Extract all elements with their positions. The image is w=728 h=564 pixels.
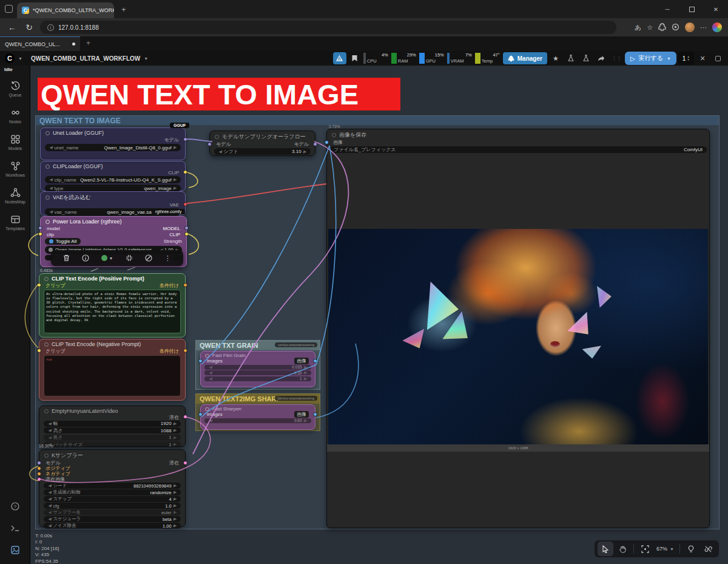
node-clip-text-encode-positive[interactable]: CLIP Text Encode (Positive Prompt) クリップ条… xyxy=(39,273,186,338)
node-clip-loader[interactable]: CLIPLoader (GGUF) CLIP ◀clip_name Qwen2.… xyxy=(40,161,186,191)
widget-unet-name[interactable]: ◀unet_name Qwen_Image_Distill-Q8_0.gguf▶ xyxy=(45,144,181,151)
widget-seed[interactable]: ◀シード 882104993269849▶ xyxy=(44,483,181,489)
latent-output-port[interactable] xyxy=(183,461,187,465)
sidebar-terminal-icon[interactable] xyxy=(0,518,30,540)
collapse-icon[interactable] xyxy=(126,254,133,262)
model-output-port[interactable] xyxy=(313,142,317,146)
info-icon[interactable] xyxy=(82,254,89,262)
conditioning-output-port[interactable] xyxy=(183,283,187,287)
images-input-port[interactable] xyxy=(198,412,203,416)
delete-icon[interactable] xyxy=(63,254,70,262)
node-model-sampling-auraflow[interactable]: モデルサンプリングオーラフロー モデルモデル ◀シフト 3.10▶ xyxy=(209,131,315,156)
cancel-run-icon[interactable]: ✕ xyxy=(696,52,709,64)
latent-output-port[interactable] xyxy=(183,415,187,419)
model-input-port[interactable] xyxy=(207,142,212,146)
model-output-port[interactable] xyxy=(183,137,187,141)
conditioning-output-port[interactable] xyxy=(183,348,187,353)
select-tool-button[interactable] xyxy=(598,542,613,556)
site-info-icon[interactable]: i xyxy=(47,24,54,31)
address-bar[interactable]: i 127.0.0.1:8188 xyxy=(40,21,616,34)
theme-stage-icon[interactable] xyxy=(333,52,346,64)
image-output-port[interactable] xyxy=(313,412,317,416)
run-count-stepper[interactable]: 1 ▲▼ xyxy=(678,52,694,65)
pan-tool-button[interactable] xyxy=(615,542,630,556)
window-close-button[interactable]: ✕ xyxy=(704,0,728,18)
logo-caret-icon[interactable]: ▼ xyxy=(18,56,22,61)
extension-icon-2[interactable] xyxy=(672,23,679,32)
widget-sampler-name[interactable]: ◀サンプラー名 euler▶ xyxy=(44,509,181,515)
widget-shift[interactable]: ◀シフト 3.10▶ xyxy=(214,148,311,155)
window-minimize-button[interactable]: ─ xyxy=(655,0,679,18)
flask-icon-2[interactable] xyxy=(579,52,593,64)
browser-tab[interactable]: C *QWEN_COMBO_ULTRA_WORKFl ✕ xyxy=(17,2,114,18)
model-input-port[interactable] xyxy=(38,226,42,230)
node-fast-film-grain[interactable]: Fast Film Grain images 画像 ◀0.035▶ ◀0.30▶… xyxy=(200,351,315,387)
back-icon[interactable]: ← xyxy=(6,22,18,32)
latent-input-port[interactable] xyxy=(37,477,41,481)
widget-batch-size[interactable]: ◀バッチサイズ 1▶ xyxy=(44,441,181,447)
new-tab-button[interactable]: + xyxy=(121,5,126,14)
pinwheel-extension-icon[interactable] xyxy=(712,22,722,32)
clip-output-port[interactable] xyxy=(184,232,189,236)
drag-grip-icon[interactable]: ⋮⋮ xyxy=(612,55,621,61)
node-clip-text-encode-negative[interactable]: CLIP Text Encode (Negative Prompt) クリップ条… xyxy=(39,339,186,401)
toggle-links-button[interactable] xyxy=(700,542,716,556)
lightbulb-button[interactable] xyxy=(683,542,699,556)
node-unet-loader[interactable]: Unet Loader (GGUF) モデル ◀unet_name Qwen_I… xyxy=(40,127,186,160)
manager-button[interactable]: Manager xyxy=(503,52,547,64)
widget-denoise[interactable]: ◀ノイズ除去 1.00▶ xyxy=(44,523,181,529)
flask-icon-1[interactable] xyxy=(564,52,578,64)
positive-prompt-textarea[interactable]: An ultra-detailed photo of a stoic Roman… xyxy=(44,290,181,333)
bookmark-star-icon[interactable]: ☆ xyxy=(647,24,653,32)
clip-input-port[interactable] xyxy=(38,232,42,236)
grain-widget[interactable]: ◀0.035▶ xyxy=(204,365,311,370)
sidebar-item-queue[interactable]: Queue xyxy=(0,75,30,102)
bookmark-icon[interactable] xyxy=(348,52,362,64)
node-ksampler[interactable]: Kサンプラー モデル潜在 ポジティブ ネガティブ 潜在画像 ◀シード 88210… xyxy=(39,449,186,527)
clip-input-port[interactable] xyxy=(37,283,41,287)
extension-icon-1[interactable] xyxy=(658,23,666,32)
node-empty-latent[interactable]: EmptyHunyuanLatentVideo 潜在 ◀幅 1920▶ ◀高さ … xyxy=(39,406,186,447)
more-options-icon[interactable]: ⋮ xyxy=(164,254,171,262)
widget-width[interactable]: ◀幅 1920▶ xyxy=(44,421,181,427)
widget-steps[interactable]: ◀ステップ 4▶ xyxy=(44,496,181,502)
comfyui-logo[interactable]: C xyxy=(5,53,15,63)
vae-output-port[interactable] xyxy=(183,202,187,206)
negative-prompt-textarea[interactable]: run xyxy=(44,355,181,396)
sidebar-logs-icon[interactable] xyxy=(0,540,30,562)
sidebar-item-nodesmap[interactable]: NodesMap xyxy=(0,182,30,209)
sidebar-item-models[interactable]: Models xyxy=(0,129,30,155)
grain-widget[interactable]: ◀1▶ xyxy=(204,376,311,381)
node-context-toolbar[interactable]: ▼ ⋮ xyxy=(51,250,183,266)
refresh-icon[interactable]: ↻ xyxy=(23,22,35,32)
share-icon[interactable] xyxy=(595,52,608,64)
favorites-star-icon[interactable]: ★ xyxy=(549,52,562,64)
image-output-port[interactable] xyxy=(313,359,317,363)
widget-control-after-generate[interactable]: ◀生成後の制御 randomize▶ xyxy=(44,489,181,495)
workflow-name[interactable]: QWEN_COMBO_ULTRA_WORKFLOW xyxy=(31,55,140,62)
sidebar-item-workflows[interactable]: Workflows xyxy=(0,155,30,182)
image-input-port[interactable] xyxy=(325,140,329,144)
sidebar-help-icon[interactable]: ? xyxy=(0,496,30,518)
browser-menu-icon[interactable]: ⋯ xyxy=(700,24,707,32)
model-input-port[interactable] xyxy=(37,461,41,465)
widget-clip-name[interactable]: ◀clip_name Qwen2.5-VL-7B-Instruct-UD-Q4_… xyxy=(45,176,181,183)
sidebar-item-nodes[interactable]: Nodes xyxy=(0,102,30,129)
toggle-all-button[interactable]: Toggle All xyxy=(45,238,81,245)
clip-input-port[interactable] xyxy=(37,348,41,353)
status-dot-dropdown[interactable]: ▼ xyxy=(101,255,113,261)
clip-output-port[interactable] xyxy=(183,170,187,174)
images-input-port[interactable] xyxy=(198,359,203,363)
bypass-icon[interactable] xyxy=(145,254,152,262)
profile-avatar[interactable] xyxy=(685,22,695,32)
fit-view-button[interactable] xyxy=(637,542,653,556)
model-output-port[interactable] xyxy=(184,226,189,230)
run-button[interactable]: ▷ 実行する ▼ xyxy=(625,52,676,65)
widget-height[interactable]: ◀高さ 1088▶ xyxy=(44,427,181,433)
negative-input-port[interactable] xyxy=(37,472,41,476)
widget-length[interactable]: ◀長さ 1▶ xyxy=(44,435,181,441)
positive-input-port[interactable] xyxy=(37,466,41,471)
workflow-caret-icon[interactable]: ▼ xyxy=(144,56,148,61)
widget-cfg[interactable]: ◀cfg 1.0▶ xyxy=(44,503,181,509)
widget-filename-prefix[interactable]: ファイル名_プレフィックス ComfyUI xyxy=(329,146,707,153)
